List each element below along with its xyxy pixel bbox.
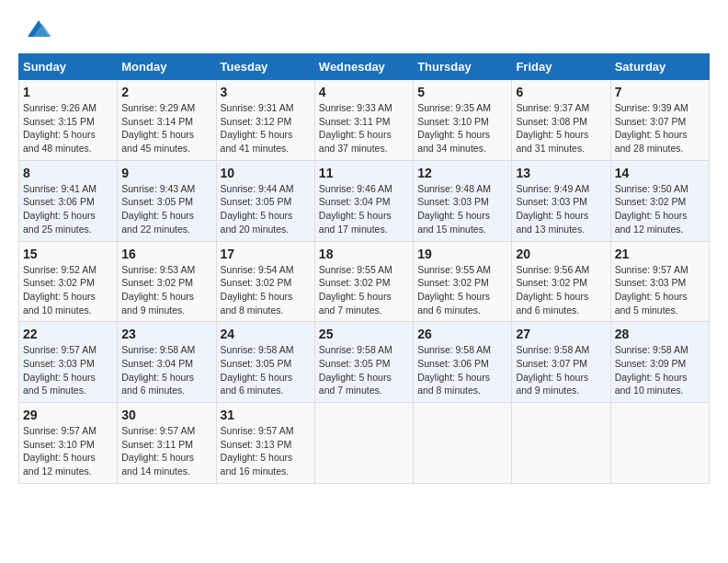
sunrise-label: Sunrise: 9:57 AM bbox=[121, 425, 195, 436]
daylight-label: Daylight: 5 hours and 6 minutes. bbox=[121, 372, 194, 396]
day-number: 27 bbox=[516, 327, 606, 341]
sunrise-label: Sunrise: 9:55 AM bbox=[319, 264, 392, 275]
sunset-label: Sunset: 3:02 PM bbox=[23, 277, 95, 288]
day-info: Sunrise: 9:54 AM Sunset: 3:02 PM Dayligh… bbox=[221, 263, 311, 317]
calendar-week-row: 8 Sunrise: 9:41 AM Sunset: 3:06 PM Dayli… bbox=[19, 160, 710, 241]
calendar-cell: 13 Sunrise: 9:49 AM Sunset: 3:03 PM Dayl… bbox=[512, 160, 610, 241]
sunrise-label: Sunrise: 9:58 AM bbox=[417, 344, 491, 355]
sunrise-label: Sunrise: 9:58 AM bbox=[319, 344, 392, 355]
day-info: Sunrise: 9:57 AM Sunset: 3:03 PM Dayligh… bbox=[615, 263, 705, 317]
day-number: 20 bbox=[516, 247, 606, 261]
sunrise-label: Sunrise: 9:26 AM bbox=[23, 102, 97, 113]
sunrise-label: Sunrise: 9:57 AM bbox=[23, 425, 97, 436]
day-number: 28 bbox=[615, 327, 705, 341]
logo bbox=[18, 18, 53, 44]
day-number: 2 bbox=[121, 85, 211, 99]
weekday-header-friday: Friday bbox=[512, 54, 610, 80]
daylight-label: Daylight: 5 hours and 13 minutes. bbox=[516, 210, 588, 235]
calendar-cell: 11 Sunrise: 9:46 AM Sunset: 3:04 PM Dayl… bbox=[314, 160, 413, 241]
weekday-header-saturday: Saturday bbox=[610, 54, 709, 80]
calendar-cell: 17 Sunrise: 9:54 AM Sunset: 3:02 PM Dayl… bbox=[216, 241, 314, 322]
sunrise-label: Sunrise: 9:52 AM bbox=[23, 264, 97, 275]
day-info: Sunrise: 9:56 AM Sunset: 3:02 PM Dayligh… bbox=[516, 263, 606, 317]
sunrise-label: Sunrise: 9:37 AM bbox=[516, 102, 589, 113]
day-number: 13 bbox=[516, 166, 606, 180]
weekday-header-wednesday: Wednesday bbox=[314, 54, 413, 80]
sunset-label: Sunset: 3:02 PM bbox=[615, 196, 687, 207]
calendar-cell: 29 Sunrise: 9:57 AM Sunset: 3:10 PM Dayl… bbox=[19, 403, 118, 484]
weekday-header-sunday: Sunday bbox=[19, 54, 118, 80]
day-info: Sunrise: 9:55 AM Sunset: 3:02 PM Dayligh… bbox=[417, 263, 507, 317]
day-info: Sunrise: 9:39 AM Sunset: 3:07 PM Dayligh… bbox=[615, 101, 705, 155]
daylight-label: Daylight: 5 hours and 48 minutes. bbox=[23, 129, 96, 154]
weekday-header-row: SundayMondayTuesdayWednesdayThursdayFrid… bbox=[19, 54, 710, 80]
day-number: 9 bbox=[121, 166, 211, 180]
day-info: Sunrise: 9:50 AM Sunset: 3:02 PM Dayligh… bbox=[615, 182, 705, 236]
calendar-week-row: 29 Sunrise: 9:57 AM Sunset: 3:10 PM Dayl… bbox=[19, 403, 710, 484]
daylight-label: Daylight: 5 hours and 17 minutes. bbox=[319, 210, 392, 235]
day-number: 17 bbox=[221, 247, 311, 261]
day-number: 31 bbox=[221, 408, 311, 422]
sunset-label: Sunset: 3:08 PM bbox=[516, 116, 587, 127]
sunset-label: Sunset: 3:04 PM bbox=[319, 196, 391, 207]
day-number: 24 bbox=[221, 327, 311, 341]
day-number: 29 bbox=[23, 408, 113, 422]
sunrise-label: Sunrise: 9:57 AM bbox=[221, 425, 294, 436]
sunset-label: Sunset: 3:13 PM bbox=[221, 439, 292, 450]
day-number: 3 bbox=[221, 85, 311, 99]
calendar-cell: 18 Sunrise: 9:55 AM Sunset: 3:02 PM Dayl… bbox=[314, 241, 413, 322]
daylight-label: Daylight: 5 hours and 34 minutes. bbox=[417, 129, 490, 154]
weekday-header-thursday: Thursday bbox=[414, 54, 512, 80]
sunrise-label: Sunrise: 9:53 AM bbox=[121, 264, 195, 275]
sunrise-label: Sunrise: 9:55 AM bbox=[417, 264, 491, 275]
daylight-label: Daylight: 5 hours and 41 minutes. bbox=[221, 129, 293, 154]
calendar-cell: 24 Sunrise: 9:58 AM Sunset: 3:05 PM Dayl… bbox=[216, 322, 314, 403]
daylight-label: Daylight: 5 hours and 20 minutes. bbox=[221, 210, 293, 235]
calendar-cell: 15 Sunrise: 9:52 AM Sunset: 3:02 PM Dayl… bbox=[19, 241, 118, 322]
sunrise-label: Sunrise: 9:31 AM bbox=[221, 102, 294, 113]
day-number: 10 bbox=[221, 166, 311, 180]
day-info: Sunrise: 9:49 AM Sunset: 3:03 PM Dayligh… bbox=[516, 182, 606, 236]
day-number: 25 bbox=[319, 327, 409, 341]
sunset-label: Sunset: 3:02 PM bbox=[121, 277, 193, 288]
calendar-cell: 8 Sunrise: 9:41 AM Sunset: 3:06 PM Dayli… bbox=[19, 160, 118, 241]
calendar-week-row: 22 Sunrise: 9:57 AM Sunset: 3:03 PM Dayl… bbox=[19, 322, 710, 403]
sunset-label: Sunset: 3:05 PM bbox=[319, 358, 391, 369]
sunrise-label: Sunrise: 9:58 AM bbox=[121, 344, 195, 355]
calendar-week-row: 1 Sunrise: 9:26 AM Sunset: 3:15 PM Dayli… bbox=[19, 80, 710, 161]
day-number: 19 bbox=[417, 247, 507, 261]
sunrise-label: Sunrise: 9:43 AM bbox=[121, 183, 195, 194]
day-number: 7 bbox=[615, 85, 705, 99]
daylight-label: Daylight: 5 hours and 15 minutes. bbox=[417, 210, 490, 235]
logo-icon bbox=[20, 11, 53, 44]
day-info: Sunrise: 9:58 AM Sunset: 3:04 PM Dayligh… bbox=[121, 343, 211, 397]
sunset-label: Sunset: 3:11 PM bbox=[319, 116, 391, 127]
daylight-label: Daylight: 5 hours and 10 minutes. bbox=[615, 372, 688, 396]
sunset-label: Sunset: 3:12 PM bbox=[221, 116, 292, 127]
day-info: Sunrise: 9:55 AM Sunset: 3:02 PM Dayligh… bbox=[319, 263, 409, 317]
calendar-cell: 10 Sunrise: 9:44 AM Sunset: 3:05 PM Dayl… bbox=[216, 160, 314, 241]
calendar-cell: 7 Sunrise: 9:39 AM Sunset: 3:07 PM Dayli… bbox=[610, 80, 709, 161]
sunrise-label: Sunrise: 9:57 AM bbox=[23, 344, 97, 355]
calendar-cell bbox=[610, 403, 709, 484]
daylight-label: Daylight: 5 hours and 5 minutes. bbox=[23, 372, 96, 396]
calendar-cell: 5 Sunrise: 9:35 AM Sunset: 3:10 PM Dayli… bbox=[414, 80, 512, 161]
page-header bbox=[18, 18, 710, 44]
sunset-label: Sunset: 3:02 PM bbox=[417, 277, 489, 288]
day-number: 11 bbox=[319, 166, 409, 180]
sunset-label: Sunset: 3:14 PM bbox=[121, 116, 193, 127]
calendar-cell: 25 Sunrise: 9:58 AM Sunset: 3:05 PM Dayl… bbox=[314, 322, 413, 403]
calendar-cell: 6 Sunrise: 9:37 AM Sunset: 3:08 PM Dayli… bbox=[512, 80, 610, 161]
daylight-label: Daylight: 5 hours and 45 minutes. bbox=[121, 129, 194, 154]
sunset-label: Sunset: 3:10 PM bbox=[417, 116, 489, 127]
calendar-cell: 21 Sunrise: 9:57 AM Sunset: 3:03 PM Dayl… bbox=[610, 241, 709, 322]
sunrise-label: Sunrise: 9:57 AM bbox=[615, 264, 688, 275]
day-info: Sunrise: 9:58 AM Sunset: 3:09 PM Dayligh… bbox=[615, 343, 705, 397]
calendar-cell: 1 Sunrise: 9:26 AM Sunset: 3:15 PM Dayli… bbox=[19, 80, 118, 161]
calendar-cell: 4 Sunrise: 9:33 AM Sunset: 3:11 PM Dayli… bbox=[314, 80, 413, 161]
sunrise-label: Sunrise: 9:49 AM bbox=[516, 183, 589, 194]
day-info: Sunrise: 9:58 AM Sunset: 3:07 PM Dayligh… bbox=[516, 343, 606, 397]
day-number: 1 bbox=[23, 85, 113, 99]
calendar-cell: 23 Sunrise: 9:58 AM Sunset: 3:04 PM Dayl… bbox=[118, 322, 216, 403]
sunrise-label: Sunrise: 9:41 AM bbox=[23, 183, 97, 194]
